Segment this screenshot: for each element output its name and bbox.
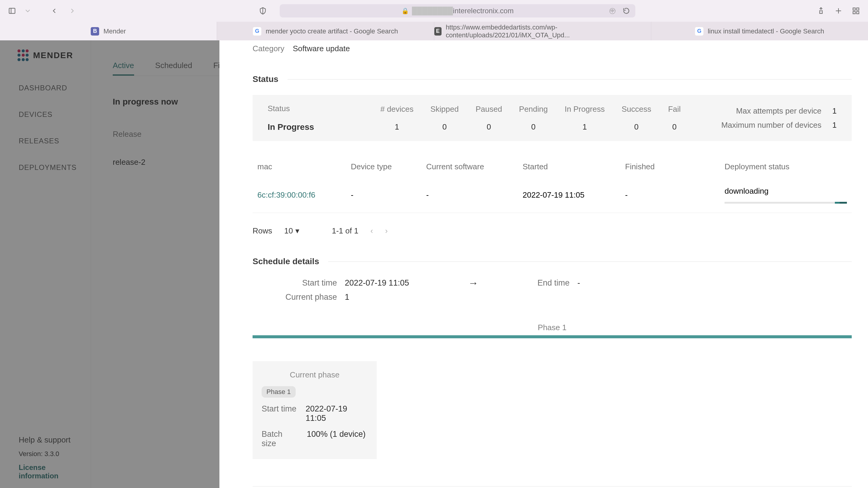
th-depstatus: Deployment status	[724, 162, 847, 171]
val-devices: 1	[395, 122, 399, 132]
address-bar[interactable]: 🔒 ████████ interelectronix.com ㊥	[280, 4, 635, 18]
sidebar-toggle-icon[interactable]	[7, 6, 17, 16]
current-phase-card: Current phase Phase 1 Start time 2022-07…	[253, 361, 377, 459]
download-progress-bar	[724, 202, 847, 204]
schedule-section-title: Schedule details	[253, 257, 852, 266]
rows-select[interactable]: 10 ▾	[284, 226, 299, 235]
phase-progress-bar	[253, 335, 852, 338]
phase-batch-label: Batch size	[261, 429, 299, 448]
th-mac: mac	[257, 162, 351, 171]
val-skipped: 0	[442, 122, 447, 132]
dropdown-chevron-icon[interactable]	[23, 6, 33, 16]
status-label: Status	[268, 104, 314, 113]
max-attempts-label: Max attempts per device	[736, 106, 821, 116]
cell-mac[interactable]: 6c:cf:39:00:00:f6	[257, 190, 351, 200]
sched-end-label: End time	[537, 278, 569, 288]
max-attempts-value: 1	[832, 106, 837, 116]
rows-label: Rows	[253, 226, 272, 235]
browser-toolbar: 🔒 ████████ interelectronix.com ㊥	[0, 0, 868, 22]
val-fail: 0	[672, 122, 676, 132]
col-pending: Pending	[519, 104, 548, 114]
privacy-shield-icon[interactable]	[258, 6, 268, 16]
col-skipped: Skipped	[430, 104, 459, 114]
phase-badge: Phase 1	[261, 386, 296, 398]
deployment-detail-modal: Category Software update Status Status I…	[219, 40, 868, 488]
divider	[253, 486, 852, 487]
tab-label: Mender	[103, 27, 126, 35]
url-domain: interelectronix.com	[453, 7, 514, 15]
cell-devtype: -	[351, 190, 426, 200]
rows-value: 10	[284, 226, 293, 235]
favicon-b-icon: B	[91, 27, 99, 36]
phase-start-label: Start time	[261, 404, 298, 423]
browser-tab-artifact-search[interactable]: G mender yocto create artifact - Google …	[217, 22, 434, 40]
col-success: Success	[621, 104, 651, 114]
page-range: 1-1 of 1	[332, 226, 358, 235]
cell-cursw: -	[426, 190, 523, 200]
cell-started: 2022-07-19 11:05	[523, 190, 625, 200]
translate-icon[interactable]: ㊥	[608, 6, 617, 16]
devices-table: mac Device type Current software Started…	[253, 156, 852, 213]
browser-tab-timedatectl-search[interactable]: G linux install timedatectl - Google Sea…	[651, 22, 868, 40]
max-devices-value: 1	[832, 121, 837, 130]
svg-rect-0	[9, 8, 15, 13]
lock-icon: 🔒	[401, 7, 409, 14]
max-devices-label: Maximum number of devices	[721, 121, 821, 130]
col-inprogress: In Progress	[564, 104, 604, 114]
category-label: Category	[253, 44, 284, 53]
th-finished: Finished	[625, 162, 724, 171]
page-next-icon[interactable]: ›	[385, 226, 388, 235]
val-pending: 0	[531, 122, 535, 132]
browser-tab-embedded-artists[interactable]: E https://www.embeddedartists.com/wp-con…	[434, 22, 651, 40]
status-value: In Progress	[268, 122, 314, 132]
tab-label: https://www.embeddedartists.com/wp-conte…	[446, 24, 651, 39]
sched-end-value: -	[578, 278, 580, 288]
phase-batch-value: 100% (1 device)	[307, 429, 366, 448]
svg-rect-7	[857, 8, 859, 10]
favicon-e-icon: E	[434, 27, 441, 36]
share-icon[interactable]	[816, 6, 826, 16]
cell-finished: -	[625, 190, 724, 200]
th-devtype: Device type	[351, 162, 426, 171]
svg-rect-6	[853, 8, 855, 10]
val-success: 0	[634, 122, 638, 132]
favicon-g-icon: G	[695, 27, 704, 36]
back-icon[interactable]	[50, 6, 59, 16]
tab-overview-icon[interactable]	[851, 6, 861, 16]
favicon-g-icon: G	[253, 27, 261, 36]
tab-label: linux install timedatectl - Google Searc…	[708, 27, 824, 35]
table-pager: Rows 10 ▾ 1-1 of 1 ‹ ›	[253, 226, 852, 235]
val-inprogress: 1	[583, 122, 587, 132]
col-fail: Fail	[668, 104, 681, 114]
sched-phase-label: Current phase	[253, 293, 337, 302]
category-value: Software update	[293, 44, 350, 53]
forward-icon[interactable]	[67, 6, 77, 16]
table-row[interactable]: 6c:cf:39:00:00:f6 - - 2022-07-19 11:05 -…	[253, 177, 852, 213]
new-tab-icon[interactable]	[834, 6, 843, 16]
th-started: Started	[523, 162, 625, 171]
col-paused: Paused	[475, 104, 502, 114]
page-prev-icon[interactable]: ‹	[370, 226, 373, 235]
status-summary-box: Status In Progress # devices1 Skipped0 P…	[253, 95, 852, 141]
sched-start-label: Start time	[253, 278, 337, 288]
svg-rect-8	[853, 11, 855, 14]
phase-card-title: Current phase	[261, 370, 368, 380]
phase-start-value: 2022-07-19 11:05	[306, 404, 368, 423]
col-devices: # devices	[380, 104, 413, 114]
val-paused: 0	[487, 122, 491, 132]
browser-tab-strip: B Mender G mender yocto create artifact …	[0, 22, 868, 40]
sched-start-value: 2022-07-19 11:05	[345, 278, 409, 288]
th-cursw: Current software	[426, 162, 523, 171]
arrow-right-icon: →	[468, 277, 478, 289]
chevron-down-icon: ▾	[296, 226, 299, 235]
cell-depstatus: downloading	[724, 187, 769, 195]
reload-icon[interactable]	[621, 6, 631, 16]
status-section-title: Status	[253, 74, 852, 84]
url-blurred-prefix: ████████	[412, 7, 453, 15]
sched-phase-value: 1	[345, 293, 349, 302]
phase-bar-label: Phase 1	[538, 323, 566, 332]
svg-rect-9	[857, 11, 859, 14]
browser-tab-mender[interactable]: B Mender	[0, 22, 217, 40]
tab-label: mender yocto create artifact - Google Se…	[266, 27, 398, 35]
